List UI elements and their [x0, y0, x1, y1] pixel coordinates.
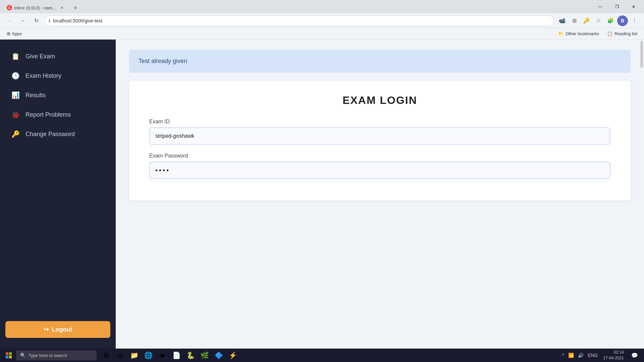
file-explorer-icon[interactable]: 📁: [127, 349, 141, 362]
apps-bookmark[interactable]: ⊞ Apps: [4, 30, 24, 38]
sidebar-item-results[interactable]: 📊 Results: [3, 86, 113, 105]
exam-id-input[interactable]: [149, 127, 610, 145]
bookmark-button[interactable]: ☆: [593, 15, 604, 26]
app5-icon[interactable]: ⚡: [226, 349, 239, 362]
app2-icon[interactable]: 🐍: [184, 349, 197, 362]
notification-icon: 💬: [631, 352, 638, 359]
exam-id-label: Exam ID: [149, 119, 610, 125]
tabs-container: W WhatsApp ✕ P localhost / 127.0.0.1... …: [3, 0, 590, 13]
reading-list-label: Reading list: [614, 31, 637, 36]
tab-gmail2[interactable]: G Inbox (9,913) - nare... ✕: [3, 2, 69, 13]
tab-search-button[interactable]: ⊞: [569, 15, 580, 26]
nav-actions: 📹 ⊞ 🔑 ☆ 🧩 B ⋮: [557, 15, 640, 26]
app3-icon[interactable]: 🌿: [198, 349, 211, 362]
wifi-icon[interactable]: 📶: [567, 352, 575, 359]
form-title: EXAM LOGIN: [149, 94, 610, 107]
apps-label: Apps: [12, 31, 22, 36]
sidebar-item-report-problems[interactable]: 🐞 Report Problems: [3, 105, 113, 124]
window-controls: — ❐ ✕: [592, 2, 641, 12]
close-button[interactable]: ✕: [626, 2, 641, 12]
chrome-icon[interactable]: 🌐: [142, 349, 155, 362]
sidebar-label-results: Results: [25, 92, 46, 99]
sidebar-label-exam-history: Exam History: [25, 72, 61, 79]
taskbar-date-text: 17-04-2021: [603, 355, 624, 361]
taskbar: 🔍 Type here to search ⊞ ◎ 📁 🌐 ■ 📄 🐍 🌿 🔷 …: [0, 349, 644, 362]
tab-icon-gmail2: G: [7, 5, 12, 10]
exam-password-label: Exam Password: [149, 153, 610, 159]
sidebar-icon-report-problems: 🐞: [11, 111, 20, 119]
exam-id-group: Exam ID: [149, 119, 610, 145]
address-lock-icon: ℹ: [49, 18, 50, 23]
taskbar-sys: 02:14 17-04-2021: [601, 350, 627, 361]
lang-label: ENG: [586, 352, 599, 359]
back-button[interactable]: ←: [4, 15, 15, 26]
logout-icon: ↪: [44, 326, 49, 333]
notification-button[interactable]: 💬: [628, 349, 641, 362]
cast-button[interactable]: 📹: [557, 15, 568, 26]
logout-label: Logout: [52, 326, 72, 333]
alert-banner: Test already given: [129, 50, 631, 73]
sidebar-item-give-exam[interactable]: 📋 Give Exam: [3, 47, 113, 66]
terminal-icon[interactable]: ■: [156, 349, 169, 362]
taskbar-icons: ⊞ ◎ 📁 🌐 ■ 📄 🐍 🌿 🔷 ⚡: [99, 349, 239, 362]
address-bar[interactable]: ℹ localhost:5000/give-test: [44, 15, 554, 26]
extensions-button[interactable]: 🧩: [605, 15, 616, 26]
exam-password-input[interactable]: [149, 162, 610, 179]
form-card: EXAM LOGIN Exam ID Exam Password: [129, 81, 631, 200]
other-bookmarks[interactable]: 📁 Other bookmarks: [555, 30, 602, 38]
sidebar-item-exam-history[interactable]: 🕐 Exam History: [3, 66, 113, 85]
forward-button[interactable]: →: [17, 15, 28, 26]
sidebar-icon-give-exam: 📋: [11, 52, 20, 60]
tab-close-gmail2[interactable]: ✕: [59, 5, 65, 11]
scrollbar[interactable]: [639, 40, 644, 349]
taskbar-datetime: 02:14 17-04-2021: [603, 350, 624, 361]
chevron-up-icon[interactable]: ^: [561, 352, 566, 359]
app4-icon[interactable]: 🔷: [212, 349, 225, 362]
main-layout: 📋 Give Exam 🕐 Exam History 📊 Results 🐞 R…: [0, 40, 644, 349]
folder-icon: 📁: [558, 31, 564, 36]
nav-bar: ← → ↻ ℹ localhost:5000/give-test 📹 ⊞ 🔑 ☆…: [0, 13, 644, 28]
scrollbar-thumb[interactable]: [640, 41, 643, 68]
sys-icons: ^ 📶 🔊 ENG: [561, 352, 599, 359]
svg-rect-1: [9, 352, 12, 355]
taskbar-time-text: 02:14: [603, 350, 624, 355]
reading-list[interactable]: 📋 Reading list: [604, 30, 640, 38]
address-text: localhost:5000/give-test: [53, 18, 550, 23]
volume-icon[interactable]: 🔊: [577, 352, 585, 359]
other-bookmarks-label: Other bookmarks: [566, 31, 599, 36]
sidebar-icon-results: 📊: [11, 91, 20, 99]
content-area: Test already given EXAM LOGIN Exam ID Ex…: [116, 40, 644, 349]
app1-icon[interactable]: 📄: [170, 349, 183, 362]
bookmarks-bar: ⊞ Apps 📁 Other bookmarks 📋 Reading list: [0, 28, 644, 40]
taskbar-search[interactable]: 🔍 Type here to search: [16, 350, 97, 360]
svg-rect-3: [9, 356, 12, 358]
svg-rect-2: [6, 356, 8, 358]
sidebar-item-change-password[interactable]: 🔑 Change Password: [3, 125, 113, 143]
maximize-button[interactable]: ❐: [609, 2, 625, 12]
alert-message: Test already given: [139, 58, 187, 64]
reading-list-icon: 📋: [607, 31, 612, 36]
sidebar-icon-exam-history: 🕐: [11, 72, 20, 80]
start-button[interactable]: [3, 349, 15, 361]
password-button[interactable]: 🔑: [581, 15, 592, 26]
menu-button[interactable]: ⋮: [629, 15, 640, 26]
new-tab-button[interactable]: +: [70, 3, 81, 13]
search-icon: 🔍: [20, 353, 26, 358]
sidebar-label-report-problems: Report Problems: [25, 111, 71, 118]
task-view-button[interactable]: ⊞: [99, 349, 113, 362]
sidebar-label-change-password: Change Password: [25, 131, 75, 138]
reload-button[interactable]: ↻: [31, 15, 42, 26]
logout-button[interactable]: ↪ Logout: [5, 321, 110, 338]
sidebar-label-give-exam: Give Exam: [25, 53, 55, 60]
profile-button[interactable]: B: [617, 15, 628, 26]
exam-password-group: Exam Password: [149, 153, 610, 179]
minimize-button[interactable]: —: [592, 2, 608, 12]
cortana-icon[interactable]: ◎: [113, 349, 127, 362]
svg-rect-0: [6, 352, 8, 355]
title-bar: W WhatsApp ✕ P localhost / 127.0.0.1... …: [0, 0, 644, 13]
apps-grid-icon: ⊞: [7, 31, 10, 36]
tab-title-gmail2: Inbox (9,913) - nare...: [14, 5, 57, 10]
search-placeholder: Type here to search: [29, 353, 67, 358]
sidebar-icon-change-password: 🔑: [11, 130, 20, 138]
sidebar: 📋 Give Exam 🕐 Exam History 📊 Results 🐞 R…: [0, 40, 116, 349]
